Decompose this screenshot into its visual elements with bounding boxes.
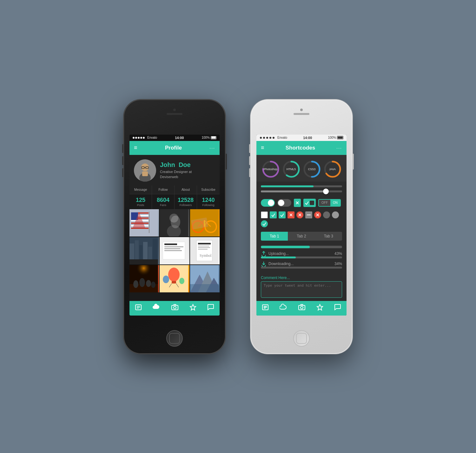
svg-point-1 [141, 163, 149, 171]
vol-mid-right [249, 156, 250, 165]
tab-camera-right[interactable] [298, 304, 306, 312]
action-subscribe[interactable]: Subscribe [197, 185, 220, 194]
star-icon-right [316, 304, 323, 311]
svg-rect-37 [164, 246, 183, 247]
upload-pct: 43% [334, 251, 342, 256]
photo-2[interactable] [160, 209, 189, 236]
photo-1[interactable] [129, 209, 159, 236]
menu-icon-right[interactable]: ≡ [261, 144, 264, 151]
photo-street [129, 237, 158, 264]
svg-text:Symbol: Symbol [200, 253, 212, 258]
toggle-1-knob [268, 200, 274, 206]
skill-html5: HTML5 [282, 160, 301, 178]
svg-rect-38 [164, 248, 180, 249]
tab-camera-left[interactable] [171, 304, 179, 312]
svg-marker-72 [190, 304, 196, 310]
tab-star-right[interactable] [316, 304, 323, 312]
tab-3[interactable]: Tab 3 [315, 232, 342, 241]
cb-empty[interactable] [261, 211, 268, 218]
slider-1-fill [261, 185, 314, 187]
slider-2-fill [261, 190, 326, 192]
photo-9[interactable] [190, 265, 220, 292]
followers-label: Followers [176, 203, 195, 207]
download-fill [261, 267, 288, 269]
check-icon-sm [305, 201, 309, 205]
x-icon-3 [298, 213, 302, 217]
cb-circle-gray-2[interactable] [332, 211, 339, 218]
ps-label: Photoshop [264, 168, 277, 171]
tab-news-left[interactable] [135, 304, 142, 312]
cb-x-circle[interactable] [296, 211, 303, 218]
cb-check-green-2[interactable] [279, 211, 286, 218]
tab-2[interactable]: Tab 2 [288, 232, 315, 241]
skill-photoshop: Photoshop [261, 160, 280, 178]
x-icon-2 [289, 213, 293, 217]
slider-2[interactable] [261, 190, 342, 192]
svg-point-55 [168, 268, 180, 282]
svg-point-52 [151, 282, 155, 288]
more-dots-left[interactable]: ··· [209, 145, 215, 150]
more-dots-right[interactable]: ··· [336, 145, 342, 150]
skill-ps-circle: Photoshop [261, 160, 280, 178]
carrier-right: Envato [277, 136, 287, 139]
on-off-toggle[interactable]: OFF ON [318, 199, 341, 207]
upload-bar [261, 256, 342, 258]
battery-icon-left [211, 136, 216, 139]
cb-check-green[interactable] [270, 211, 277, 218]
profile-header: John Doe Creative Designer atDeviserweb [129, 155, 220, 185]
photo-4[interactable] [129, 237, 159, 264]
toggle-2[interactable] [277, 199, 291, 207]
avatar-image [134, 159, 156, 182]
photo-mountains [190, 265, 219, 292]
carrier-left: Envato [147, 136, 157, 139]
screen-left: Envato 14:00 100% ≡ Profile ··· [129, 135, 220, 316]
action-follow[interactable]: Follow [152, 185, 175, 194]
menu-icon-left[interactable]: ≡ [134, 144, 137, 151]
off-btn[interactable]: OFF [319, 200, 330, 206]
toggle-fancy-1[interactable] [294, 199, 301, 207]
action-message[interactable]: Message [129, 185, 152, 194]
toggle-fancy-2[interactable] [303, 199, 316, 207]
photo-8[interactable] [160, 265, 189, 292]
photo-6[interactable]: Symbol [190, 237, 220, 264]
toggle-1[interactable] [261, 199, 275, 207]
home-button-right[interactable] [293, 330, 310, 347]
cb-x-red[interactable] [288, 211, 294, 218]
tab-cloud-left[interactable] [153, 304, 160, 312]
slider-1[interactable] [261, 185, 342, 187]
comment-input[interactable] [261, 281, 342, 298]
cb-minus[interactable] [305, 211, 312, 218]
battery-icon-right [337, 136, 343, 139]
cloud-icon-right [280, 304, 287, 311]
action-about[interactable]: About [175, 185, 197, 194]
upload-item: Uploading... 43% [261, 251, 342, 258]
tab-chat-left[interactable] [207, 304, 214, 312]
profile-name: John Doe [160, 161, 192, 169]
download-pct: 34% [334, 262, 342, 266]
tab-bar-right [256, 301, 347, 316]
skill-java-circle: JAVA [323, 160, 342, 178]
tab-star-left[interactable] [189, 304, 196, 312]
stat-followers: 12528 Followers [175, 194, 197, 209]
toggle-2-knob [278, 200, 284, 206]
name-first: John [160, 161, 175, 168]
photo-book: Symbol [190, 237, 219, 264]
upload-fill [261, 256, 296, 258]
profile-info: John Doe Creative Designer atDeviserweb [160, 161, 192, 179]
slider-2-thumb[interactable] [323, 189, 329, 194]
cb-circle-check[interactable] [261, 220, 268, 227]
on-btn[interactable]: ON [330, 200, 340, 206]
photo-7[interactable] [129, 265, 159, 292]
photo-5[interactable] [160, 237, 189, 264]
tab-1[interactable]: Tab 1 [261, 232, 288, 241]
cb-circle-gray[interactable] [323, 211, 330, 218]
cb-x-circle-2[interactable] [314, 211, 321, 218]
photo-3[interactable] [190, 209, 220, 236]
tab-cloud-right[interactable] [280, 304, 287, 312]
skill-css3-circle: CSS3 [303, 160, 321, 178]
photo-person [160, 209, 188, 236]
tab-chat-right[interactable] [334, 304, 341, 312]
home-button-left[interactable] [166, 330, 183, 347]
upload-icon [261, 251, 267, 256]
tab-news-right[interactable] [262, 304, 269, 312]
